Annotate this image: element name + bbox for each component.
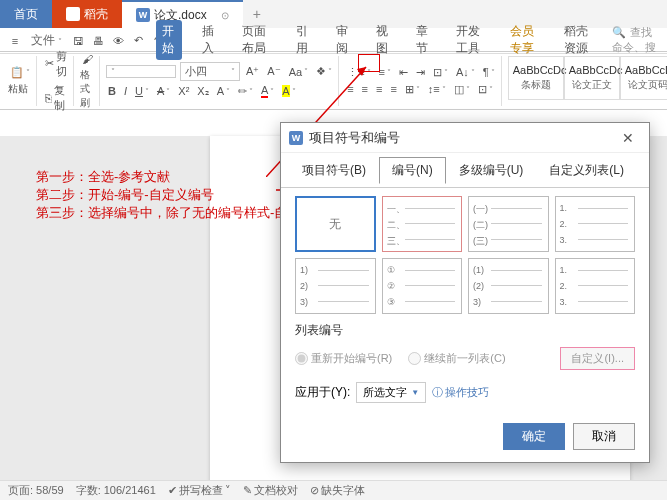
radio-restart[interactable]: 重新开始编号(R) bbox=[295, 351, 392, 366]
change-case-button[interactable]: Aa˅ bbox=[287, 65, 310, 79]
shading-button[interactable]: ◫˅ bbox=[452, 82, 472, 97]
indent-dec-button[interactable]: ⇤ bbox=[397, 65, 410, 80]
tab-document[interactable]: W 论文.docx ⊙ bbox=[122, 0, 243, 28]
save-icon[interactable]: 🖫 bbox=[69, 32, 87, 50]
tab-customlist[interactable]: 自定义列表(L) bbox=[536, 157, 637, 184]
tab-number[interactable]: 编号(N) bbox=[379, 157, 446, 184]
style-heading[interactable]: AaBbCcDc条标题 bbox=[508, 56, 564, 100]
ribbon-toolbar: 📋˅ 粘贴 ✂ 剪切 ⎘ 复制 🖌 格式刷 ˅ 小四˅ A⁺ A⁻ Aa˅ ❖˅… bbox=[0, 52, 667, 110]
instructions-overlay: 第一步：全选-参考文献 第二步：开始-编号-自定义编号 第三步：选择编号中，除了… bbox=[36, 168, 313, 223]
bullets-numbering-dialog: W 项目符号和编号 ✕ 项目符号(B) 编号(N) 多级编号(U) 自定义列表(… bbox=[280, 122, 650, 463]
strike-button[interactable]: A˅ bbox=[155, 84, 172, 98]
cancel-button: 取消 bbox=[573, 423, 635, 450]
line-spacing-button[interactable]: ↕≡˅ bbox=[426, 82, 448, 96]
indent-inc-button[interactable]: ⇥ bbox=[414, 65, 427, 80]
tab-multilevel[interactable]: 多级编号(U) bbox=[446, 157, 537, 184]
tips-link[interactable]: ⓘ 操作技巧 bbox=[432, 385, 489, 400]
brush-label: 格式刷 bbox=[80, 68, 95, 110]
sort-button[interactable]: A↓˅ bbox=[454, 65, 477, 79]
align-right-button[interactable]: ≡ bbox=[374, 82, 384, 96]
customize-button[interactable]: 自定义(I)... bbox=[560, 347, 635, 370]
file-menu[interactable]: 文件 ˅ bbox=[26, 32, 67, 49]
search-input[interactable]: 🔍 查找命令、搜 bbox=[612, 25, 667, 55]
number-style-grid: 无 一、二、三、 (一)(二)(三) 1.2.3. 1)2)3) ①②③ (1)… bbox=[295, 196, 635, 314]
apply-select[interactable]: 所选文字 ▼ bbox=[356, 382, 426, 403]
preview-icon[interactable]: 👁 bbox=[109, 32, 127, 50]
style-arabic-dot2[interactable]: 1.2.3. bbox=[555, 258, 636, 314]
format-brush-button[interactable]: 🖌 bbox=[80, 52, 95, 66]
print-icon[interactable]: 🖶 bbox=[89, 32, 107, 50]
apply-label: 应用于(Y): bbox=[295, 384, 350, 401]
tab-daoke-label: 稻壳 bbox=[84, 6, 108, 23]
style-none[interactable]: 无 bbox=[295, 196, 376, 252]
status-words[interactable]: 字数: 106/21461 bbox=[76, 483, 156, 498]
daoke-icon bbox=[66, 7, 80, 21]
highlight-button[interactable]: ✏˅ bbox=[236, 84, 255, 99]
subscript-button[interactable]: X₂ bbox=[195, 84, 210, 99]
status-missing-font[interactable]: ⊘ 缺失字体 bbox=[310, 483, 365, 498]
dialog-word-icon: W bbox=[289, 131, 303, 145]
show-marks-button[interactable]: ¶˅ bbox=[481, 65, 497, 79]
tab-bullet[interactable]: 项目符号(B) bbox=[289, 157, 379, 184]
dialog-title: 项目符号和编号 bbox=[309, 129, 609, 147]
tab-home[interactable]: 首页 bbox=[0, 0, 52, 28]
copy-button[interactable]: ⎘ 复制 bbox=[43, 82, 69, 114]
dialog-tabs: 项目符号(B) 编号(N) 多级编号(U) 自定义列表(L) bbox=[281, 153, 649, 188]
paste-button[interactable]: 📋˅ bbox=[8, 65, 32, 80]
status-page[interactable]: 页面: 58/59 bbox=[8, 483, 64, 498]
distribute-button[interactable]: ⊞˅ bbox=[403, 82, 422, 97]
align-justify-button[interactable]: ≡ bbox=[388, 82, 398, 96]
style-chinese-dot[interactable]: 一、二、三、 bbox=[382, 196, 463, 252]
align-center-button[interactable]: ≡ bbox=[360, 82, 370, 96]
tab-daoke[interactable]: 稻壳 bbox=[52, 0, 122, 28]
app-menu-icon[interactable]: ≡ bbox=[6, 32, 24, 50]
dialog-titlebar[interactable]: W 项目符号和编号 ✕ bbox=[281, 123, 649, 153]
style-chinese-paren[interactable]: (一)(二)(三) bbox=[468, 196, 549, 252]
list-number-label: 列表编号 bbox=[295, 322, 635, 339]
paste-label: 粘贴 bbox=[8, 82, 32, 96]
underline-button[interactable]: U˅ bbox=[133, 84, 151, 98]
align-left-button[interactable]: ≡ bbox=[345, 82, 355, 96]
undo-icon[interactable]: ↶ bbox=[129, 32, 147, 50]
word-icon: W bbox=[136, 8, 150, 22]
style-body[interactable]: AaBbCcDc论文正文 bbox=[564, 56, 620, 100]
ok-button[interactable]: 确定 bbox=[503, 423, 565, 450]
style-arabic-paren-full[interactable]: (1)(2)3) bbox=[468, 258, 549, 314]
close-button[interactable]: ✕ bbox=[615, 130, 641, 146]
shrink-font-button[interactable]: A⁻ bbox=[265, 64, 282, 79]
font-bg-button[interactable]: A˅ bbox=[280, 84, 297, 98]
status-spell[interactable]: ✔ 拼写检查 ˅ bbox=[168, 483, 231, 498]
font-color-button[interactable]: A˅ bbox=[259, 83, 276, 99]
grow-font-button[interactable]: A⁺ bbox=[244, 64, 261, 79]
style-circled[interactable]: ①②③ bbox=[382, 258, 463, 314]
status-bar: 页面: 58/59 字数: 106/21461 ✔ 拼写检查 ˅ ✎ 文档校对 … bbox=[0, 480, 667, 500]
font-size-select[interactable]: 小四˅ bbox=[180, 62, 240, 81]
bold-button[interactable]: B bbox=[106, 84, 118, 98]
style-pagenum[interactable]: AaBbCcDd论文页码 bbox=[620, 56, 667, 100]
borders-button[interactable]: ⊡˅ bbox=[476, 82, 495, 97]
font-family-select[interactable]: ˅ bbox=[106, 65, 176, 78]
style-arabic-paren-half[interactable]: 1)2)3) bbox=[295, 258, 376, 314]
superscript-button[interactable]: X² bbox=[176, 84, 191, 98]
font-effect-button[interactable]: A˅ bbox=[215, 84, 232, 98]
status-proof[interactable]: ✎ 文档校对 bbox=[243, 483, 298, 498]
clear-format-button[interactable]: ❖˅ bbox=[314, 64, 334, 79]
cut-button[interactable]: ✂ 剪切 bbox=[43, 48, 69, 80]
radio-continue[interactable]: 继续前一列表(C) bbox=[408, 351, 505, 366]
numbering-highlight bbox=[358, 54, 380, 72]
style-arabic-dot[interactable]: 1.2.3. bbox=[555, 196, 636, 252]
italic-button[interactable]: I bbox=[122, 84, 129, 98]
asian-layout-button[interactable]: ⊡˅ bbox=[431, 65, 450, 80]
